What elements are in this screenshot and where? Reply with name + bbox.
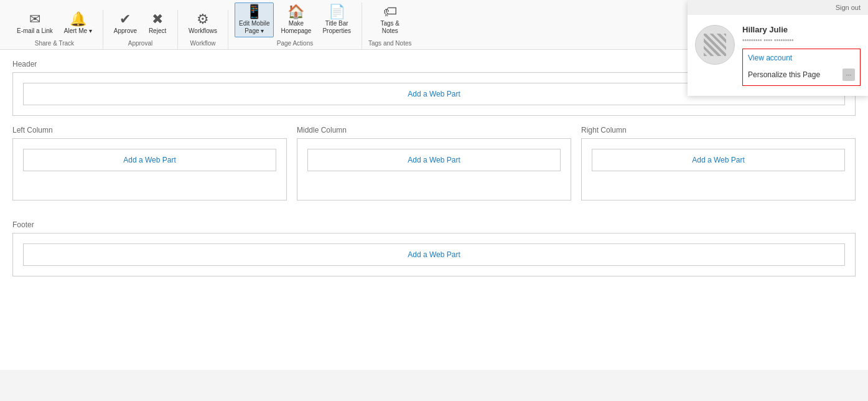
- home-icon: 🏠: [287, 5, 304, 19]
- tag-icon: 🏷: [383, 5, 397, 19]
- share-track-group-label: Share & Track: [35, 40, 74, 47]
- page-content: Header Add a Web Part Left Column Add a …: [0, 50, 868, 370]
- workflow-icon: ⚙: [197, 12, 209, 26]
- approve-button[interactable]: ✔ Approve: [110, 10, 141, 37]
- right-column-label: Right Column: [581, 126, 856, 134]
- mobile-icon: 📱: [246, 5, 263, 19]
- left-column-label: Left Column: [12, 126, 287, 134]
- approve-icon: ✔: [119, 12, 131, 26]
- email-link-label: E-mail a Link: [17, 27, 53, 35]
- ribbon-group-page-actions: 📱 Edit MobilePage ▾ 🏠 MakeHomepage 📄 Tit…: [228, 2, 362, 49]
- view-account-label: View account: [748, 54, 792, 62]
- personalize-label: Personalize this Page: [748, 70, 820, 79]
- left-column: Left Column Add a Web Part: [12, 126, 287, 210]
- middle-add-webpart-button[interactable]: Add a Web Part: [307, 149, 561, 171]
- middle-column-zone-box: Add a Web Part: [297, 138, 571, 200]
- personalize-page-item[interactable]: Personalize this Page ···: [743, 65, 860, 84]
- user-subtitle: ••••••••• •••• •••••••••: [742, 37, 861, 44]
- alert-me-label: Alert Me ▾: [64, 27, 92, 35]
- tags-notes-button[interactable]: 🏷 Tags &Notes: [376, 2, 404, 37]
- approve-label: Approve: [114, 27, 137, 35]
- workflow-group-label: Workflow: [190, 40, 216, 47]
- title-bar-label: Title BarProperties: [322, 20, 351, 35]
- reject-label: Reject: [149, 27, 166, 35]
- right-add-webpart-button[interactable]: Add a Web Part: [592, 149, 845, 171]
- view-account-item[interactable]: View account: [743, 50, 860, 65]
- right-column: Right Column Add a Web Part: [581, 126, 856, 210]
- dropdown-menu: View account Personalize this Page ···: [742, 49, 861, 86]
- user-dropdown-panel: Sign out Hillary Julie ••••••••• •••• ••…: [688, 0, 868, 96]
- ribbon-group-tags-notes: 🏷 Tags &Notes Tags and Notes: [362, 2, 418, 49]
- bell-icon: 🔔: [70, 12, 86, 26]
- avatar-image: [704, 34, 726, 56]
- left-add-webpart-button[interactable]: Add a Web Part: [23, 149, 276, 171]
- edit-mobile-page-button[interactable]: 📱 Edit MobilePage ▾: [235, 2, 274, 37]
- reject-icon: ✖: [152, 12, 163, 26]
- title-bar-properties-button[interactable]: 📄 Title BarProperties: [318, 2, 355, 37]
- three-column-zone: Left Column Add a Web Part Middle Column…: [12, 126, 856, 210]
- email-link-button[interactable]: ✉ E-mail a Link: [12, 10, 57, 37]
- edit-mobile-label: Edit MobilePage ▾: [239, 20, 269, 35]
- workflows-label: Workflows: [189, 27, 217, 35]
- sign-out-button[interactable]: Sign out: [836, 4, 861, 11]
- left-column-zone-box: Add a Web Part: [12, 138, 287, 200]
- page-actions-group-label: Page Actions: [277, 40, 313, 47]
- footer-zone-label: Footer: [12, 220, 856, 229]
- middle-column-label: Middle Column: [297, 126, 571, 134]
- alert-me-button[interactable]: 🔔 Alert Me ▾: [60, 10, 96, 37]
- make-homepage-button[interactable]: 🏠 MakeHomepage: [276, 2, 315, 37]
- email-icon: ✉: [29, 12, 40, 26]
- reject-button[interactable]: ✖ Reject: [144, 10, 171, 37]
- ribbon-group-approval: ✔ Approve ✖ Reject Approval: [103, 10, 178, 49]
- ribbon-group-workflow: ⚙ Workflows Workflow: [178, 10, 228, 49]
- tags-notes-group-label: Tags and Notes: [368, 40, 412, 47]
- user-info: Hillary Julie ••••••••• •••• ••••••••• V…: [742, 25, 861, 86]
- tags-notes-label: Tags &Notes: [380, 20, 399, 35]
- ribbon-group-share-track: ✉ E-mail a Link 🔔 Alert Me ▾ Share & Tra…: [6, 10, 103, 49]
- dropdown-header: Sign out: [688, 0, 868, 15]
- footer-add-webpart-button[interactable]: Add a Web Part: [23, 243, 845, 266]
- workflows-button[interactable]: ⚙ Workflows: [184, 10, 222, 37]
- right-column-zone-box: Add a Web Part: [581, 138, 856, 200]
- user-name: Hillary Julie: [742, 25, 861, 34]
- title-bar-icon: 📄: [329, 5, 345, 19]
- make-homepage-label: MakeHomepage: [281, 20, 311, 35]
- more-options-button[interactable]: ···: [842, 68, 855, 81]
- dropdown-body: Hillary Julie ••••••••• •••• ••••••••• V…: [688, 15, 868, 96]
- avatar: [695, 25, 735, 65]
- approval-group-label: Approval: [128, 40, 152, 47]
- middle-column: Middle Column Add a Web Part: [297, 126, 571, 210]
- footer-zone-box: Add a Web Part: [12, 233, 856, 276]
